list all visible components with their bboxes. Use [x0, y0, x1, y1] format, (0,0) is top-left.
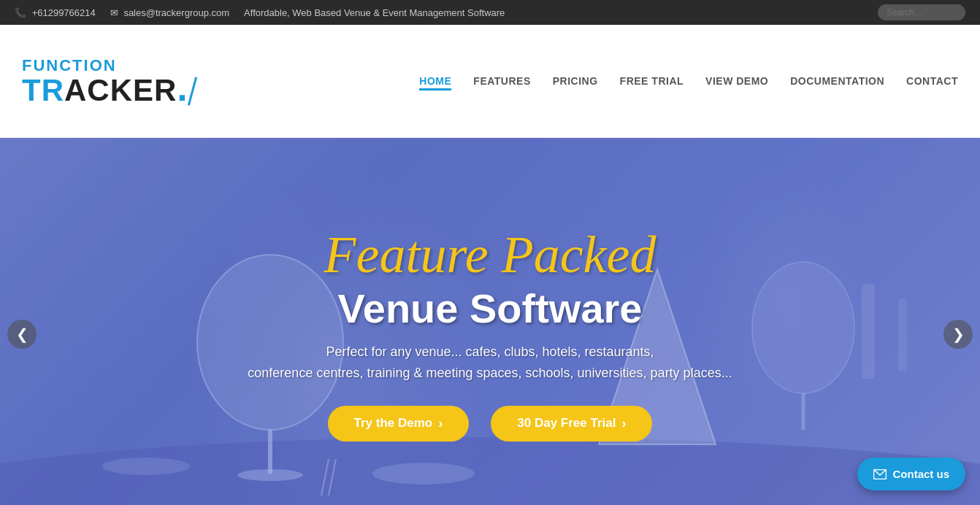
- envelope-icon: [873, 469, 887, 479]
- trial-arrow-icon: ›: [621, 416, 626, 431]
- hero-title-main: Venue Software: [248, 284, 732, 333]
- hero-buttons: Try the Demo › 30 Day Free Trial ›: [248, 406, 732, 442]
- header: FUNCTION TRACKER. HOME FEATURES PRICING …: [0, 25, 980, 138]
- carousel-prev-button[interactable]: ❮: [7, 320, 37, 349]
- hero-subtitle-line1: Perfect for any venue... cafes, clubs, h…: [326, 344, 654, 359]
- hero-subtitle-line2: conference centres, training & meeting s…: [248, 366, 732, 380]
- email-address: sales@trackergroup.com: [123, 7, 229, 18]
- nav-pricing[interactable]: PRICING: [553, 72, 598, 90]
- hero-title-script: Feature Packed: [248, 226, 732, 284]
- nav-features[interactable]: FEATURES: [473, 72, 530, 90]
- contact-info: +61299766214 sales@trackergroup.com Affo…: [15, 7, 863, 18]
- contact-float-label: Contact us: [892, 468, 949, 480]
- hero-subtitle: Perfect for any venue... cafes, clubs, h…: [248, 342, 732, 384]
- hero-content: Feature Packed Venue Software Perfect fo…: [233, 212, 746, 456]
- logo-tr: TR: [22, 73, 64, 107]
- logo-tracker-text: TRACKER.: [22, 75, 188, 106]
- free-trial-button[interactable]: 30 Day Free Trial ›: [491, 406, 652, 442]
- email-icon: [110, 7, 118, 18]
- top-bar: +61299766214 sales@trackergroup.com Affo…: [0, 0, 980, 25]
- demo-arrow-icon: ›: [438, 416, 443, 431]
- phone-number: +61299766214: [32, 7, 96, 18]
- carousel-next-button[interactable]: ❯: [943, 320, 973, 349]
- nav-documentation[interactable]: DOCUMENTATION: [790, 72, 884, 90]
- email-info: sales@trackergroup.com: [110, 7, 229, 18]
- next-arrow-icon: ❯: [952, 325, 965, 343]
- prev-arrow-icon: ❮: [16, 325, 28, 343]
- main-nav: HOME FEATURES PRICING FREE TRIAL VIEW DE…: [419, 72, 958, 90]
- nav-free-trial[interactable]: FREE TRIAL: [620, 72, 684, 90]
- logo-slash-decoration: [188, 77, 197, 105]
- phone-info: +61299766214: [15, 7, 96, 18]
- nav-view-demo[interactable]: VIEW DEMO: [705, 72, 768, 90]
- phone-icon: [15, 7, 26, 18]
- logo-acker: ACKER: [64, 73, 177, 107]
- try-demo-label: Try the Demo: [354, 416, 433, 431]
- free-trial-label: 30 Day Free Trial: [517, 416, 616, 431]
- search-input[interactable]: [878, 4, 965, 20]
- hero-section: ❮ Feature Packed Venue Software Perfect …: [0, 138, 980, 505]
- nav-contact[interactable]: CONTACT: [906, 72, 958, 90]
- contact-float-button[interactable]: Contact us: [857, 458, 965, 490]
- slogan: Affordable, Web Based Venue & Event Mana…: [244, 7, 505, 18]
- logo: FUNCTION TRACKER.: [22, 56, 194, 106]
- nav-home[interactable]: HOME: [419, 72, 451, 90]
- try-demo-button[interactable]: Try the Demo ›: [328, 406, 470, 442]
- logo-dot: .: [177, 66, 188, 109]
